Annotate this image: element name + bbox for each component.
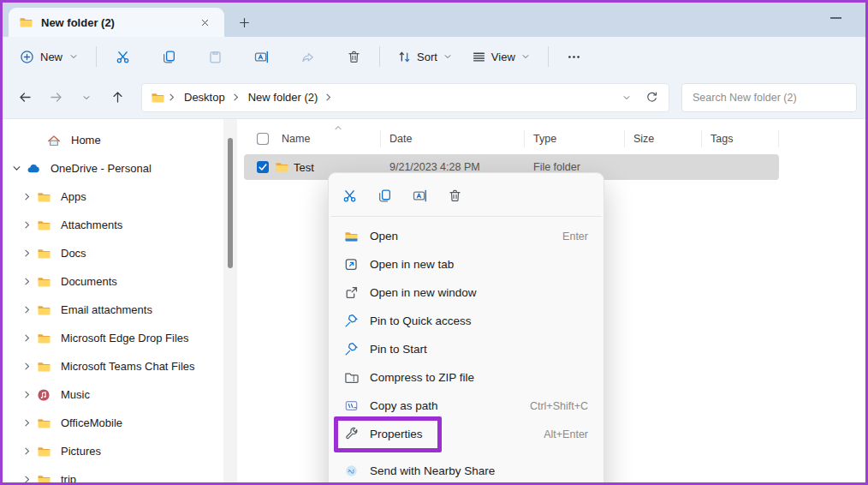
chevron-right-icon bbox=[21, 191, 33, 202]
forward-button[interactable] bbox=[42, 84, 69, 111]
view-button[interactable]: View bbox=[463, 45, 539, 69]
menu-item-label: Copy as path bbox=[370, 399, 530, 412]
sidebar-item-email-attachments[interactable]: Email attachments bbox=[4, 296, 222, 324]
menu-item-label: Send with Nearby Share bbox=[370, 464, 588, 477]
menu-item-copy-as-path[interactable]: Copy as path Ctrl+Shift+C bbox=[332, 392, 600, 420]
breadcrumb-segment[interactable]: Desktop bbox=[179, 87, 230, 107]
address-dropdown-button[interactable] bbox=[615, 87, 638, 109]
paste-icon bbox=[208, 50, 223, 64]
titlebar: New folder (2) bbox=[3, 3, 865, 37]
breadcrumb[interactable]: DesktopNew folder (2) bbox=[141, 83, 669, 112]
copy-button[interactable] bbox=[152, 42, 186, 71]
sidebar-scrollbar[interactable] bbox=[223, 119, 237, 484]
chevron-right-icon bbox=[21, 361, 33, 372]
search-box bbox=[681, 83, 857, 112]
refresh-button[interactable] bbox=[639, 87, 663, 109]
column-header-date[interactable]: Date bbox=[381, 130, 525, 147]
chevron-right-icon[interactable] bbox=[20, 304, 33, 315]
menu-item-properties[interactable]: Properties Alt+Enter bbox=[332, 420, 600, 448]
column-header-name[interactable]: Name bbox=[244, 130, 381, 147]
folder-icon bbox=[37, 445, 51, 458]
recent-locations-button[interactable] bbox=[73, 84, 100, 111]
back-button[interactable] bbox=[11, 84, 39, 111]
chevron-right-icon[interactable] bbox=[20, 361, 33, 372]
sidebar-item-documents[interactable]: Documents bbox=[4, 267, 222, 296]
sidebar-item-attachments[interactable]: Attachments bbox=[4, 211, 222, 239]
column-header-size[interactable]: Size bbox=[625, 130, 702, 147]
breadcrumb-segment[interactable]: New folder (2) bbox=[243, 87, 324, 107]
new-tab-button[interactable] bbox=[231, 9, 257, 35]
sidebar-item-officemobile[interactable]: OfficeMobile bbox=[4, 409, 222, 437]
sidebar-item-docs[interactable]: Docs bbox=[4, 239, 222, 267]
explorer-tab[interactable]: New folder (2) bbox=[9, 8, 224, 37]
copy-path-icon bbox=[342, 398, 360, 413]
folder-icon bbox=[37, 473, 51, 485]
sidebar-item-microsoft-teams-chat-files[interactable]: Microsoft Teams Chat Files bbox=[4, 352, 222, 380]
sidebar-item-trip[interactable]: trip bbox=[4, 465, 222, 484]
sort-button-label: Sort bbox=[417, 51, 437, 63]
menu-item-shortcut: Enter bbox=[562, 231, 588, 242]
menu-item-pin-to-start[interactable]: Pin to Start bbox=[332, 335, 600, 363]
menu-item-open-in-new-window[interactable]: Open in new window bbox=[332, 278, 600, 307]
chevron-right-icon bbox=[21, 276, 33, 287]
chevron-right-icon[interactable] bbox=[20, 191, 33, 202]
ctx-copy-button[interactable] bbox=[371, 182, 398, 209]
chevron-right-icon[interactable] bbox=[20, 446, 33, 457]
sidebar-item-pictures[interactable]: Pictures bbox=[4, 437, 222, 465]
chevron-right-icon bbox=[21, 417, 33, 428]
sidebar-item-label: Docs bbox=[61, 247, 86, 260]
ctx-cut-button[interactable] bbox=[336, 182, 363, 209]
cut-button[interactable] bbox=[105, 42, 140, 71]
scrollbar-thumb[interactable] bbox=[228, 138, 233, 268]
column-label: Type bbox=[533, 133, 556, 145]
chevron-right-icon[interactable] bbox=[20, 276, 33, 287]
up-button[interactable] bbox=[104, 84, 131, 111]
sidebar-item-label: Documents bbox=[61, 275, 117, 288]
ctx-delete-button[interactable] bbox=[441, 182, 468, 209]
rename-button[interactable] bbox=[244, 42, 278, 71]
toolbar-divider bbox=[548, 46, 549, 67]
sidebar-item-label: Microsoft Edge Drop Files bbox=[61, 332, 189, 344]
column-label: Size bbox=[633, 133, 654, 145]
search-input[interactable] bbox=[682, 92, 856, 104]
chevron-down-icon bbox=[443, 51, 453, 62]
zip-folder-icon bbox=[342, 370, 360, 385]
delete-button[interactable] bbox=[336, 42, 371, 71]
menu-item-open[interactable]: Open Enter bbox=[332, 222, 600, 250]
see-more-button[interactable] bbox=[557, 42, 592, 71]
chevron-down-icon bbox=[520, 51, 531, 62]
chevron-down-icon bbox=[68, 51, 79, 62]
sidebar-item-home[interactable]: Home bbox=[4, 126, 222, 154]
chevron-right-icon bbox=[323, 92, 334, 103]
new-button[interactable]: New bbox=[11, 45, 87, 69]
close-tab-icon[interactable] bbox=[193, 11, 216, 33]
menu-item-compress-to-zip-file[interactable]: Compress to ZIP file bbox=[332, 363, 600, 392]
menu-item-open-in-new-tab[interactable]: Open in new tab bbox=[332, 250, 600, 278]
chevron-right-icon[interactable] bbox=[20, 389, 33, 400]
sidebar-item-microsoft-edge-drop-files[interactable]: Microsoft Edge Drop Files bbox=[4, 324, 222, 352]
wrench-icon bbox=[342, 427, 360, 441]
column-header-tags[interactable]: Tags bbox=[702, 130, 779, 147]
chevron-right-icon[interactable] bbox=[20, 417, 33, 428]
sidebar-item-onedrive-personal[interactable]: OneDrive - Personal bbox=[4, 154, 222, 183]
chevron-right-icon[interactable] bbox=[20, 332, 33, 344]
sidebar-item-apps[interactable]: Apps bbox=[4, 183, 222, 211]
minimize-button[interactable] bbox=[823, 9, 848, 27]
home-icon bbox=[47, 134, 61, 147]
address-bar: DesktopNew folder (2) bbox=[3, 76, 865, 119]
chevron-right-icon[interactable] bbox=[20, 219, 33, 231]
delete-icon bbox=[448, 189, 462, 203]
menu-item-label: Open in new tab bbox=[370, 258, 588, 271]
chevron-right-icon[interactable] bbox=[20, 248, 33, 259]
ctx-rename-button[interactable] bbox=[406, 182, 433, 209]
chevron-down-icon[interactable] bbox=[9, 163, 23, 174]
chevron-right-icon[interactable] bbox=[20, 474, 33, 484]
pin-icon bbox=[342, 342, 360, 356]
menu-item-send-with-nearby-share[interactable]: Send with Nearby Share bbox=[332, 457, 600, 485]
sidebar-item-music[interactable]: Music bbox=[4, 380, 222, 409]
sort-button[interactable]: Sort bbox=[389, 45, 461, 69]
folder-icon bbox=[37, 247, 51, 260]
menu-item-pin-to-quick-access[interactable]: Pin to Quick access bbox=[332, 307, 600, 335]
sidebar-item-label: Music bbox=[61, 388, 90, 401]
column-header-type[interactable]: Type bbox=[525, 130, 625, 147]
